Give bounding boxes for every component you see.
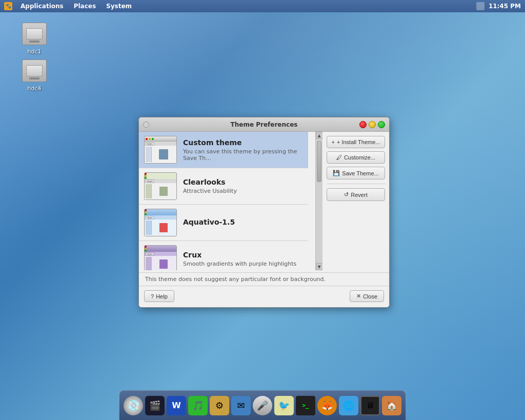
scrollbar-track[interactable] (316, 139, 322, 263)
save-theme-icon: 💾 (333, 170, 340, 176)
theme-desc-clearlooks: Attractive Usability (183, 188, 303, 194)
help-icon: ? (151, 293, 154, 299)
theme-item-aquativo[interactable]: Open Aquativo-1.5 (139, 205, 308, 241)
theme-info-custom: Custom theme You can save this theme by … (183, 138, 303, 162)
theme-info-crux: Crux Smooth gradients with purple highli… (183, 251, 303, 267)
theme-name-crux: Crux (183, 251, 303, 259)
panel-indicator-1 (476, 2, 484, 10)
panel-left: 🐾 Applications Places System (4, 2, 136, 11)
traffic-light-yellow[interactable] (369, 121, 376, 128)
install-theme-button[interactable]: + + Install Theme... (327, 136, 385, 148)
help-button[interactable]: ? Help (144, 290, 174, 302)
theme-desc-custom: You can save this theme by pressing the … (183, 148, 303, 162)
customize-button[interactable]: 🖊 Customize... (327, 151, 385, 164)
customize-icon: 🖊 (336, 154, 342, 161)
dock-icon-pidgin[interactable]: 🐦 (274, 394, 294, 417)
window-traffic-lights (359, 121, 385, 128)
theme-preview-clearlooks: Open (144, 172, 177, 200)
dock-icon-video[interactable]: 🎬 (145, 394, 165, 417)
window-main: Open Custom theme You can save this them… (139, 132, 389, 272)
taskbar: 💿 🎬 W 🎵 ⚙ ✉ 🎤 🐦 >_ 🦊 🌐 🖥 🏠 (119, 390, 406, 420)
theme-preview-aquativo: Open (144, 209, 177, 236)
theme-name-clearlooks: Clearlooks (183, 178, 303, 186)
theme-list-scrollbar[interactable]: ▲ ▼ (315, 132, 322, 270)
install-theme-label: + Install Theme... (337, 139, 380, 145)
dock-icon-home[interactable]: 🏠 (382, 394, 401, 417)
status-bar: This theme does not suggest any particul… (139, 272, 389, 286)
window-buttons-left (143, 122, 150, 128)
theme-items-list: Open Custom theme You can save this them… (139, 132, 315, 270)
dock-icon-word[interactable]: W (167, 394, 186, 417)
app-icon: 🐾 (4, 2, 12, 10)
menu-applications[interactable]: Applications (16, 2, 68, 11)
menu-system[interactable]: System (102, 2, 136, 11)
traffic-light-red[interactable] (359, 121, 367, 128)
desktop-icon-hdc4[interactable]: hdc4 (16, 56, 52, 94)
theme-list-container: Open Custom theme You can save this them… (139, 132, 322, 270)
help-label: Help (156, 293, 168, 299)
scrollbar-thumb[interactable] (317, 141, 321, 182)
install-theme-icon: + (332, 139, 335, 145)
close-icon: ✕ (356, 293, 361, 299)
hdc4-icon (22, 59, 47, 82)
dock-icon-terminal[interactable]: >_ (296, 394, 315, 417)
dock-icon-firefox[interactable]: 🦊 (317, 394, 337, 417)
traffic-light-green[interactable] (378, 121, 385, 128)
revert-icon: ↺ (344, 191, 349, 198)
theme-item-crux[interactable]: Open Crux Smooth gradients with purple h… (139, 241, 308, 270)
window-title: Theme Preferences (231, 121, 298, 128)
theme-desc-crux: Smooth gradients with purple highlights (183, 261, 303, 267)
desktop-icon-hdc1[interactable]: hdc1 (16, 19, 52, 57)
theme-preview-custom: Open (144, 136, 177, 164)
revert-label: Revert (351, 192, 367, 198)
save-theme-label: Save Theme... (342, 170, 378, 176)
theme-preferences-window: Theme Preferences (138, 117, 390, 308)
window-titlebar: Theme Preferences (139, 117, 389, 132)
clock: 11:45 PM (489, 3, 521, 10)
dock-icon-mic[interactable]: 🎤 (253, 394, 272, 417)
hdc1-icon-img (22, 22, 47, 46)
hdc4-label: hdc4 (27, 85, 41, 92)
dock-icon-mail[interactable]: ✉ (231, 394, 251, 417)
theme-name-custom: Custom theme (183, 138, 303, 147)
dock-icon-cd[interactable]: 💿 (124, 394, 143, 417)
right-button-panel: + + Install Theme... 🖊 Customize... 💾 Sa… (322, 132, 389, 272)
hdc1-label: hdc1 (27, 48, 41, 55)
theme-name-aquativo: Aquativo-1.5 (183, 218, 303, 226)
hdc4-icon-img (22, 58, 47, 83)
close-label: Close (363, 293, 377, 299)
theme-info-aquativo: Aquativo-1.5 (183, 218, 303, 228)
theme-info-clearlooks: Clearlooks Attractive Usability (183, 178, 303, 194)
revert-button[interactable]: ↺ Revert (327, 188, 385, 201)
hdc1-icon (22, 23, 47, 45)
close-button[interactable]: ✕ Close (350, 290, 384, 302)
window-resize-btn[interactable] (143, 122, 149, 128)
dock-icon-system[interactable]: ⚙ (210, 394, 229, 417)
dock-icon-monitor[interactable]: 🖥 (360, 394, 380, 417)
top-panel: 🐾 Applications Places System 11:45 PM (0, 0, 525, 12)
theme-item-custom[interactable]: Open Custom theme You can save this them… (139, 132, 308, 168)
dock-icon-network[interactable]: 🌐 (339, 394, 358, 417)
status-text: This theme does not suggest any particul… (145, 276, 326, 283)
theme-item-clearlooks[interactable]: Open Clearlooks Attractive Usability (139, 168, 308, 205)
menu-places[interactable]: Places (70, 2, 100, 11)
button-separator (327, 184, 385, 184)
customize-label: Customize... (344, 154, 375, 161)
window-footer: ? Help ✕ Close (139, 286, 389, 306)
panel-right: 11:45 PM (476, 2, 521, 10)
theme-preview-crux: Open (144, 245, 177, 270)
save-theme-button[interactable]: 💾 Save Theme... (327, 167, 385, 179)
scrollbar-down-arrow[interactable]: ▼ (316, 263, 323, 270)
dock-icon-music[interactable]: 🎵 (188, 394, 208, 417)
scrollbar-up-arrow[interactable]: ▲ (316, 132, 323, 139)
